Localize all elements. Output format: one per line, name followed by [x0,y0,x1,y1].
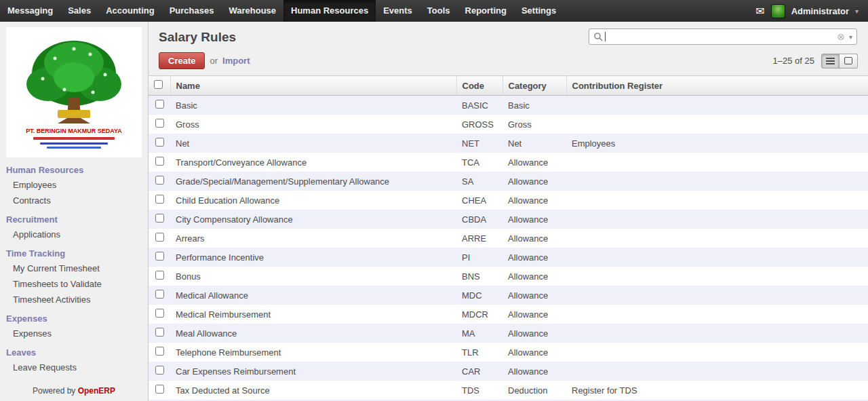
sidebar-item[interactable]: Timesheet Activities [0,292,148,307]
cell-code: CAR [456,362,502,381]
topbar-menu-item[interactable]: Settings [514,0,564,22]
table-row[interactable]: Tax Deducted at Source TDS Deduction Reg… [149,381,868,400]
or-label: or [210,56,218,66]
select-all-checkbox[interactable] [154,80,163,89]
search-input[interactable] [606,30,837,43]
pager-label: 1–25 of 25 [773,56,814,66]
form-view-button[interactable] [840,54,858,69]
table-row[interactable]: Child Education Allowance CHEA Allowance [149,191,868,210]
sidebar-section-expenses-items: Expenses [0,326,148,341]
column-header-code[interactable]: Code [456,76,502,96]
cell-category: Allowance [502,324,566,343]
row-checkbox[interactable] [155,271,164,280]
topbar-menu-item[interactable]: Human Resources [283,0,376,22]
cell-contribution-register [566,248,868,267]
sidebar-section-human-resources-items: EmployeesContracts [0,177,148,208]
sidebar-item[interactable]: Expenses [0,326,148,341]
row-checkbox[interactable] [155,290,164,299]
row-checkbox[interactable] [155,233,164,242]
sidebar-item[interactable]: Applications [0,227,148,242]
topbar-menu-item[interactable]: Messaging [0,0,60,22]
table-row[interactable]: Medical Allowance MDC Allowance [149,286,868,305]
cell-code: CBDA [456,210,502,229]
cell-code: SA [456,172,502,191]
search-icon [593,32,603,41]
salary-rules-table: Name Code Category Contribution Register… [149,75,868,401]
topbar-menu-item[interactable]: Sales [60,0,98,22]
table-row[interactable]: Basic BASIC Basic [149,96,868,115]
list-view-button[interactable] [821,54,840,69]
cell-name: Tax Deducted at Source [170,381,456,400]
cell-contribution-register [566,153,868,172]
topbar-menu-item[interactable]: Reporting [458,0,514,22]
cell-name: Medical Reimbursement [170,305,456,324]
cell-category: Allowance [502,248,566,267]
table-row[interactable]: Performance Incentive PI Allowance [149,248,868,267]
cell-contribution-register [566,362,868,381]
row-checkbox[interactable] [155,385,164,394]
row-checkbox[interactable] [155,138,164,147]
table-row[interactable]: Medical Reimbursement MDCR Allowance [149,305,868,324]
openerp-brand-link[interactable]: OpenERP [78,386,115,396]
cell-code: TLR [456,343,502,362]
row-checkbox[interactable] [155,119,164,128]
topbar-menu-item[interactable]: Tools [420,0,458,22]
column-header-contribution-register[interactable]: Contribution Register [566,76,868,96]
column-header-category[interactable]: Category [502,76,566,96]
cell-name: Medical Allowance [170,286,456,305]
create-button[interactable]: Create [159,52,205,69]
cell-code: TDS [456,381,502,400]
topbar-menu-item[interactable]: Purchases [162,0,222,22]
table-row[interactable]: Net NET Net Employees [149,134,868,153]
table-row[interactable]: Meal Allowance MA Allowance [149,324,868,343]
table-row[interactable]: Transport/Conveyance Allowance TCA Allow… [149,153,868,172]
table-row[interactable]: Gross GROSS Gross [149,115,868,134]
row-checkbox[interactable] [155,347,164,356]
search-box[interactable]: ⊗ ▾ [589,28,857,45]
table-row[interactable]: Bonus BNS Allowance [149,267,868,286]
cell-code: BASIC [456,96,502,115]
mail-icon[interactable]: ✉ [755,5,764,18]
search-options-caret-icon[interactable]: ▾ [845,33,852,41]
row-checkbox[interactable] [155,176,164,185]
avatar[interactable] [771,4,785,18]
row-checkbox[interactable] [155,252,164,261]
row-checkbox[interactable] [155,309,164,318]
sidebar-item[interactable]: Timesheets to Validate [0,276,148,292]
table-row[interactable]: City Compensatory Allowance CBDA Allowan… [149,210,868,229]
row-checkbox[interactable] [155,366,164,375]
cell-name: Performance Incentive [170,248,456,267]
sidebar-item[interactable]: Leave Requests [0,360,148,375]
user-menu[interactable]: Administrator [791,6,849,16]
table-row[interactable]: Car Expenses Reimbursement CAR Allowance [149,362,868,381]
cell-name: Grade/Special/Management/Supplementary A… [170,172,456,191]
cell-category: Gross [502,115,566,134]
row-checkbox[interactable] [155,195,164,204]
chevron-down-icon[interactable]: ▾ [855,7,859,15]
table-header: Name Code Category Contribution Register [149,76,868,96]
table-row[interactable]: Arrears ARRE Allowance [149,229,868,248]
topbar: Messaging Sales Accounting Purchases War… [0,0,868,22]
cell-name: Telephone Reimbursement [170,343,456,362]
sidebar-item[interactable]: Contracts [0,193,148,208]
sidebar-item[interactable]: Employees [0,177,148,193]
row-checkbox[interactable] [155,100,164,109]
topbar-menu-item[interactable]: Accounting [98,0,162,22]
table-row[interactable]: Telephone Reimbursement TLR Allowance [149,343,868,362]
import-link[interactable]: Import [222,56,250,66]
clear-search-icon[interactable]: ⊗ [837,32,845,41]
row-checkbox[interactable] [155,328,164,337]
table-row[interactable]: Grade/Special/Management/Supplementary A… [149,172,868,191]
column-header-name[interactable]: Name [170,76,456,96]
topbar-menu-item[interactable]: Warehouse [221,0,283,22]
cell-name: Bonus [170,267,456,286]
cell-category: Deduction [502,381,566,400]
sidebar-section-recruitment: Recruitment [0,208,148,227]
sidebar-item[interactable]: My Current Timesheet [0,261,148,276]
topbar-menu-item[interactable]: Events [376,0,420,22]
cell-code: GROSS [456,115,502,134]
row-checkbox[interactable] [155,214,164,223]
logo-company-name: PT. BERINGIN MAKMUR SEDAYA [26,128,122,134]
company-logo-image: PT. BERINGIN MAKMUR SEDAYA [10,30,138,155]
row-checkbox[interactable] [155,157,164,166]
